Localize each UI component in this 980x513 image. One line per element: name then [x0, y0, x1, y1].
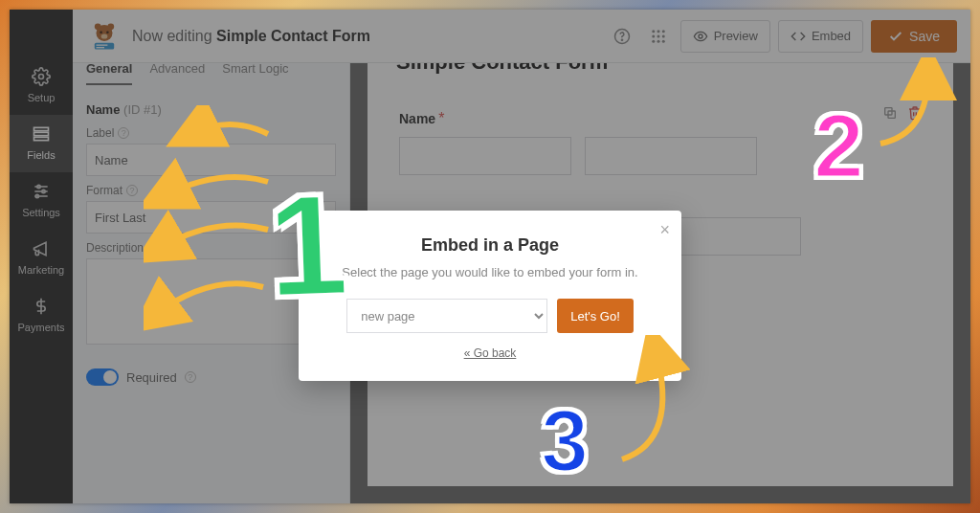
preview-label: Preview: [714, 29, 758, 43]
form-field-name[interactable]: Name*: [396, 103, 924, 182]
label-label-row: Label ?: [86, 126, 336, 140]
rail-label: Setup: [10, 92, 73, 103]
svg-point-41: [657, 39, 659, 42]
apps-grid-icon: [650, 28, 667, 45]
topbar-right: Preview Embed Save: [608, 20, 957, 53]
rail-label: Payments: [10, 322, 73, 333]
label-label: Label: [86, 126, 114, 140]
svg-point-37: [652, 34, 655, 37]
name-field-label: Name: [399, 111, 435, 126]
required-star: *: [438, 110, 444, 126]
svg-point-33: [621, 39, 622, 40]
label-input[interactable]: [86, 144, 336, 176]
svg-rect-1: [34, 127, 49, 130]
help-icon: [613, 28, 631, 45]
close-icon: ×: [659, 220, 670, 239]
lets-go-button[interactable]: Let's Go!: [557, 299, 634, 333]
save-label: Save: [909, 29, 940, 44]
apps-button[interactable]: [644, 22, 673, 51]
format-label: Format: [86, 184, 122, 197]
help-button[interactable]: [608, 22, 636, 51]
first-name-input[interactable]: [399, 137, 571, 175]
modal-controls-row: new page Let's Go!: [325, 299, 655, 333]
rail-item-fields[interactable]: Fields: [10, 115, 73, 172]
svg-point-0: [39, 75, 44, 79]
svg-point-40: [652, 39, 655, 42]
topbar-wrap: Now editing Simple Contact Form Preview …: [73, 10, 970, 63]
svg-point-38: [657, 34, 659, 37]
last-name-input[interactable]: [585, 137, 757, 175]
field-row-tools: [881, 104, 924, 122]
preview-button[interactable]: Preview: [680, 20, 770, 53]
svg-rect-31: [97, 47, 105, 48]
svg-point-35: [657, 30, 659, 33]
save-button[interactable]: Save: [871, 20, 957, 53]
field-section-title: Name (ID #1): [86, 102, 336, 117]
eye-icon: [693, 29, 708, 44]
svg-point-42: [661, 39, 664, 42]
svg-rect-30: [97, 44, 108, 45]
editing-prefix: Now editing: [132, 28, 212, 44]
rail-item-setup[interactable]: Setup: [10, 57, 73, 115]
svg-point-39: [661, 34, 664, 37]
help-icon[interactable]: ?: [147, 242, 159, 254]
svg-rect-29: [95, 42, 114, 49]
subtab-smart-logic[interactable]: Smart Logic: [222, 61, 288, 85]
field-name: Name: [86, 102, 120, 117]
subtab-general[interactable]: General: [86, 61, 132, 85]
name-inputs: [399, 137, 922, 175]
rail-item-payments[interactable]: Payments: [10, 287, 73, 345]
modal-title: Embed in a Page: [325, 235, 655, 256]
svg-point-27: [106, 31, 109, 33]
bear-logo-icon: [88, 20, 121, 53]
list-icon: [32, 124, 51, 144]
go-back-link[interactable]: « Go back: [325, 346, 655, 360]
dollar-icon: [32, 297, 51, 316]
app-logo[interactable]: [86, 18, 122, 55]
check-icon: [888, 29, 903, 44]
rail-label: Settings: [10, 207, 73, 218]
help-icon[interactable]: ?: [118, 127, 129, 139]
embed-label: Embed: [812, 29, 851, 43]
svg-rect-2: [34, 132, 49, 135]
topbar: Now editing Simple Contact Form Preview …: [73, 10, 970, 63]
rail-label: Marketing: [10, 264, 73, 276]
svg-point-34: [652, 30, 655, 33]
app-frame: Setup Fields Settings Marketing Payments…: [10, 10, 970, 503]
field-id: (ID #1): [123, 102, 162, 117]
help-icon[interactable]: ?: [126, 185, 138, 196]
rail-label: Fields: [10, 149, 73, 161]
subtab-advanced[interactable]: Advanced: [149, 61, 205, 85]
svg-point-24: [95, 23, 101, 30]
svg-point-26: [100, 31, 102, 33]
rail-item-marketing[interactable]: Marketing: [10, 230, 73, 287]
svg-rect-3: [34, 137, 49, 140]
svg-point-28: [101, 33, 108, 38]
required-label: Required: [126, 370, 177, 385]
code-icon: [791, 29, 806, 44]
svg-point-36: [661, 30, 664, 33]
sliders-icon: [32, 182, 51, 201]
embed-button[interactable]: Embed: [778, 20, 863, 53]
editing-label: Now editing Simple Contact Form: [132, 28, 370, 45]
megaphone-icon: [32, 239, 51, 258]
svg-point-25: [107, 23, 114, 30]
modal-close-button[interactable]: ×: [659, 220, 670, 240]
editing-form-name: Simple Contact Form: [216, 28, 370, 44]
trash-icon[interactable]: [906, 104, 924, 122]
page-select[interactable]: new page: [346, 299, 547, 333]
svg-point-43: [699, 34, 702, 38]
format-label-row: Format ?: [86, 184, 336, 197]
description-label: Description: [86, 241, 144, 255]
required-toggle[interactable]: [86, 368, 119, 386]
rail-item-settings[interactable]: Settings: [10, 172, 73, 230]
left-rail: Setup Fields Settings Marketing Payments: [10, 10, 73, 503]
embed-modal: × Embed in a Page Select the page you wo…: [299, 211, 681, 381]
help-icon[interactable]: ?: [185, 371, 196, 383]
duplicate-icon[interactable]: [881, 104, 899, 122]
modal-subtitle: Select the page you would like to embed …: [325, 265, 655, 279]
gear-icon: [32, 67, 51, 86]
